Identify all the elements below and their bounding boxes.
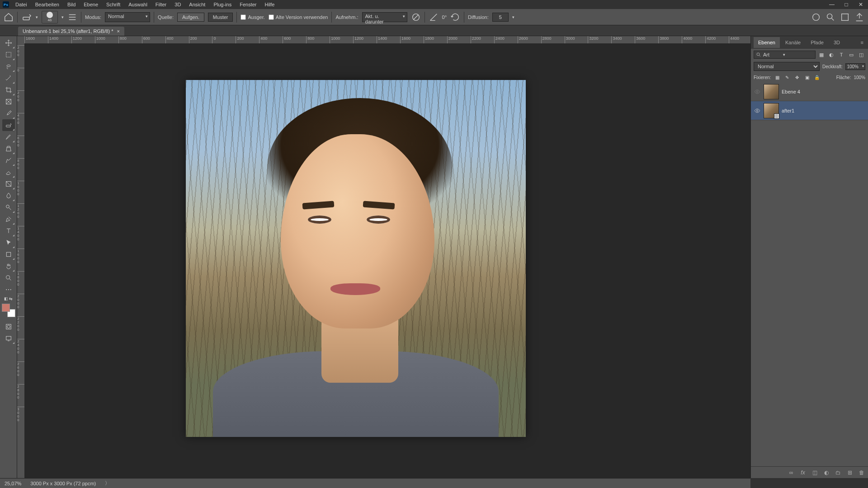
document-image[interactable]	[186, 80, 526, 437]
panel-tab-kanäle[interactable]: Kanäle	[781, 37, 805, 48]
angle-icon[interactable]	[429, 12, 439, 22]
panel-tab-pfade[interactable]: Pfade	[806, 37, 828, 48]
zoom-tool[interactable]	[2, 272, 15, 284]
opacity-input[interactable]: 100%	[845, 63, 865, 70]
ruler-origin[interactable]	[17, 36, 24, 43]
foreground-color-swatch[interactable]	[2, 304, 10, 312]
workspace-icon[interactable]	[840, 12, 850, 22]
brush-tool[interactable]	[2, 131, 15, 143]
close-button[interactable]: ✕	[854, 0, 868, 9]
quick-mask-icon[interactable]	[2, 321, 15, 333]
move-tool[interactable]	[2, 37, 15, 49]
add-mask-icon[interactable]: ◫	[811, 469, 818, 476]
layer-blend-mode-dropdown[interactable]: Normal	[754, 62, 820, 71]
brush-settings-icon[interactable]	[67, 12, 77, 22]
menu-item-schrift[interactable]: Schrift	[103, 1, 124, 8]
layer-row[interactable]: ◫after1	[751, 101, 868, 120]
history-brush-tool[interactable]	[2, 155, 15, 166]
gradient-tool[interactable]	[2, 178, 15, 190]
aligned-checkbox[interactable]: Ausger.	[241, 14, 264, 20]
type-tool[interactable]	[2, 225, 15, 237]
layer-name[interactable]: Ebene 4	[782, 89, 800, 94]
layer-filter-input[interactable]	[763, 52, 781, 57]
pen-tool[interactable]	[2, 213, 15, 225]
link-layers-icon[interactable]: ∞	[788, 469, 795, 476]
lock-position-icon[interactable]: ✥	[793, 74, 801, 81]
delete-layer-icon[interactable]: 🗑	[858, 469, 865, 476]
diffusion-input[interactable]	[492, 13, 509, 22]
healing-brush-tool[interactable]	[2, 119, 15, 131]
filter-pixel-icon[interactable]: ▦	[817, 51, 826, 59]
filter-smart-icon[interactable]: ◫	[857, 51, 865, 59]
brush-preset-picker[interactable]: 46	[42, 11, 58, 23]
layer-fx-icon[interactable]: fx	[799, 469, 807, 476]
marquee-tool[interactable]	[2, 49, 15, 61]
layer-visibility-icon[interactable]	[754, 107, 761, 114]
swap-colors-icon[interactable]: ⇆	[9, 296, 13, 301]
adjustment-layer-icon[interactable]: ◐	[823, 469, 830, 476]
layer-row[interactable]: Ebene 4	[751, 82, 868, 101]
search-icon[interactable]	[826, 12, 835, 22]
crop-tool[interactable]	[2, 84, 15, 96]
lock-all-icon[interactable]: 🔒	[813, 74, 821, 81]
layer-thumbnail[interactable]	[764, 84, 779, 99]
menu-item-3d[interactable]: 3D	[171, 1, 184, 8]
minimize-button[interactable]: —	[825, 0, 839, 9]
hand-tool[interactable]	[2, 260, 15, 272]
menu-item-bild[interactable]: Bild	[64, 1, 79, 8]
new-layer-icon[interactable]: ⊞	[846, 469, 854, 476]
clone-stamp-tool[interactable]	[2, 143, 15, 155]
menu-item-fenster[interactable]: Fenster	[236, 1, 260, 8]
share-icon[interactable]	[854, 12, 864, 22]
shape-tool[interactable]	[2, 249, 15, 260]
vertical-ruler[interactable]: 2 0 002 0 04 0 06 0 08 0 01 0 0 01 2 0 0…	[17, 43, 24, 478]
horizontal-ruler[interactable]: 1600140012001000800600400200020040060080…	[24, 36, 750, 43]
new-group-icon[interactable]: 🗀	[835, 469, 842, 476]
close-tab-icon[interactable]: ×	[117, 28, 120, 34]
status-more-icon[interactable]: 〉	[105, 480, 110, 487]
document-info[interactable]: 3000 Px x 3000 Px (72 ppcm)	[30, 481, 96, 486]
maximize-button[interactable]: □	[839, 0, 854, 9]
cloud-docs-icon[interactable]	[811, 12, 821, 22]
menu-item-auswahl[interactable]: Auswahl	[125, 1, 151, 8]
home-button[interactable]	[4, 12, 14, 22]
layer-name[interactable]: after1	[782, 108, 794, 113]
filter-type-icon[interactable]: T	[837, 51, 845, 59]
fill-input[interactable]: 100%	[854, 75, 865, 80]
menu-item-ansicht[interactable]: Ansicht	[185, 1, 209, 8]
layer-thumbnail[interactable]: ◫	[764, 103, 779, 118]
blur-tool[interactable]	[2, 190, 15, 202]
frame-tool[interactable]	[2, 96, 15, 108]
panel-tab-ebenen[interactable]: Ebenen	[754, 37, 780, 48]
path-selection-tool[interactable]	[2, 237, 15, 249]
lock-transparent-icon[interactable]: ▦	[774, 74, 781, 81]
panel-tab-3d[interactable]: 3D	[829, 37, 844, 48]
ignore-adjustment-icon[interactable]	[411, 12, 421, 22]
edit-toolbar-icon[interactable]: ⋯	[2, 284, 15, 296]
menu-item-filter[interactable]: Filter	[152, 1, 170, 8]
source-sampled-button[interactable]: Aufgen.	[177, 13, 204, 22]
menu-item-hilfe[interactable]: Hilfe	[261, 1, 278, 8]
layer-filter-dropdown[interactable]: ▾	[754, 51, 816, 59]
panel-menu-icon[interactable]: ≡	[859, 38, 865, 47]
sample-dropdown[interactable]: Akt. u. darunter	[362, 12, 407, 22]
lock-artboard-icon[interactable]: ▣	[803, 74, 811, 81]
lasso-tool[interactable]	[2, 61, 15, 72]
eraser-tool[interactable]	[2, 166, 15, 178]
canvas-viewport[interactable]	[24, 43, 750, 478]
layer-visibility-icon[interactable]	[754, 88, 761, 95]
source-pattern-button[interactable]: Muster	[208, 13, 233, 22]
legacy-checkbox[interactable]: Alte Version verwenden	[269, 14, 328, 20]
zoom-level[interactable]: 25,07%	[5, 481, 21, 486]
dodge-tool[interactable]	[2, 202, 15, 213]
menu-item-datei[interactable]: Datei	[12, 1, 31, 8]
reset-angle-icon[interactable]	[450, 12, 460, 22]
filter-adjust-icon[interactable]: ◐	[827, 51, 835, 59]
menu-item-bearbeiten[interactable]: Bearbeiten	[32, 1, 63, 8]
menu-item-ebene[interactable]: Ebene	[80, 1, 102, 8]
filter-shape-icon[interactable]: ▭	[847, 51, 855, 59]
color-swatches[interactable]	[2, 304, 15, 317]
lock-pixels-icon[interactable]: ✎	[783, 74, 791, 81]
screen-mode-icon[interactable]	[2, 333, 15, 344]
menu-item-plug-ins[interactable]: Plug-ins	[210, 1, 235, 8]
